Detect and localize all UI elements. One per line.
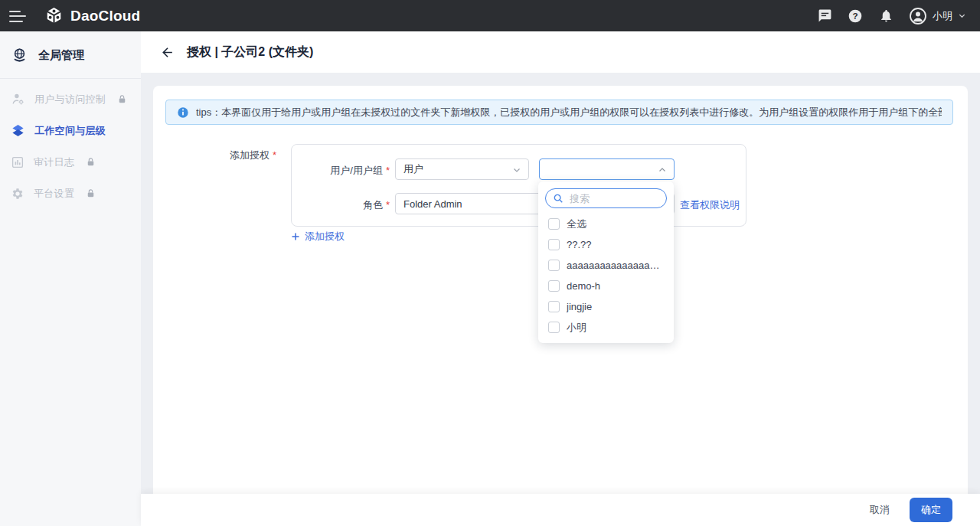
- option-label: jingjie: [567, 301, 592, 312]
- chevron-up-icon: [658, 165, 667, 177]
- top-bar-right: ? 小明: [817, 7, 966, 25]
- checkbox[interactable]: [548, 239, 560, 250]
- option-label: 小明: [567, 321, 586, 335]
- checkbox[interactable]: [548, 218, 560, 230]
- brand[interactable]: DaoCloud: [44, 6, 140, 25]
- user-menu[interactable]: 小明: [909, 7, 966, 25]
- main-area: 授权 | 子公司2 (文件夹) tips：本界面仅用于给用户或用户组在未授权过的…: [141, 31, 980, 526]
- avatar: [909, 7, 927, 25]
- subject-row: 用户/用户组* 用户: [292, 158, 746, 180]
- plus-icon: [291, 232, 300, 241]
- title-bar: 授权 | 子公司2 (文件夹): [141, 31, 980, 73]
- user-name: 小明: [933, 9, 952, 23]
- back-button[interactable]: [159, 44, 175, 60]
- subject-label: 用户/用户组*: [292, 164, 390, 178]
- feedback-chat-icon[interactable]: [817, 8, 832, 24]
- audit-chart-icon: [11, 155, 24, 169]
- tips-banner: tips：本界面仅用于给用户或用户组在未授权过的文件夹下新增权限，已授权的用户或…: [165, 100, 953, 125]
- page-title: 授权 | 子公司2 (文件夹): [187, 44, 313, 60]
- subject-type-select[interactable]: 用户: [395, 158, 529, 180]
- brand-name: DaoCloud: [70, 8, 140, 25]
- sidebar-item-label: 用户与访问控制: [34, 93, 106, 106]
- app: DaoCloud ?: [0, 0, 980, 526]
- globe-icon: [11, 47, 28, 64]
- sidebar-divider: [0, 78, 141, 79]
- add-authorization-link-label: 添加授权: [305, 230, 345, 243]
- workspace-diamond-icon: [11, 123, 25, 138]
- chevron-down-icon: [958, 11, 966, 20]
- role-label: 角色*: [292, 198, 390, 212]
- required-mark: *: [273, 149, 276, 161]
- sidebar-item-label: 工作空间与层级: [34, 124, 106, 138]
- dropdown-option[interactable]: demo-h: [538, 276, 674, 296]
- lock-icon: [116, 93, 128, 105]
- dropdown-option[interactable]: aaaaaaaaaaaaaaaaaaaa...: [538, 255, 674, 276]
- confirm-button[interactable]: 确定: [910, 498, 952, 522]
- notification-bell-icon[interactable]: [878, 8, 893, 24]
- help-icon[interactable]: ?: [848, 8, 863, 24]
- lock-icon: [85, 156, 96, 168]
- sidebar-nav: 用户与访问控制 工作空间与层级: [0, 83, 141, 209]
- dropdown-option[interactable]: 小明: [538, 317, 674, 338]
- lock-icon: [85, 188, 96, 199]
- gear-icon: [11, 187, 24, 201]
- checkbox[interactable]: [548, 280, 560, 292]
- svg-text:?: ?: [852, 11, 858, 21]
- sidebar-item-platform-settings[interactable]: 平台设置: [0, 178, 141, 209]
- option-label: 全选: [567, 217, 586, 231]
- dropdown-search: [545, 188, 667, 208]
- user-dropdown-panel: 全选 ??.?? aaaaaaaaaaaaaaaaaaaa... demo-h …: [538, 181, 674, 343]
- info-icon: [177, 106, 189, 119]
- footer-action-bar: 取消 确定: [141, 494, 980, 526]
- required-mark: *: [386, 165, 390, 176]
- user-gear-icon: [11, 92, 25, 106]
- sidebar-title[interactable]: 全局管理: [0, 31, 141, 78]
- sidebar: 全局管理 用户与访问控制: [0, 31, 141, 526]
- subject-target-select[interactable]: [539, 158, 675, 180]
- option-label: aaaaaaaaaaaaaaaaaaaa...: [567, 260, 664, 271]
- sidebar-item-audit-logs[interactable]: 审计日志: [0, 146, 141, 178]
- sidebar-item-user-access-control[interactable]: 用户与访问控制: [0, 83, 141, 115]
- dropdown-option[interactable]: ??.??: [538, 234, 674, 255]
- option-label: ??.??: [567, 239, 592, 250]
- sidebar-item-label: 平台设置: [34, 187, 74, 201]
- required-mark: *: [386, 199, 390, 211]
- add-authorization-label: 添加授权*: [230, 149, 276, 162]
- sidebar-title-label: 全局管理: [38, 48, 84, 63]
- dropdown-option-select-all[interactable]: 全选: [538, 214, 674, 234]
- daocloud-logo-icon: [44, 6, 64, 25]
- role-value: Folder Admin: [403, 198, 462, 210]
- top-bar: DaoCloud ?: [0, 0, 980, 31]
- cancel-button[interactable]: 取消: [870, 503, 890, 517]
- add-authorization-link[interactable]: 添加授权: [291, 230, 345, 243]
- content-card: tips：本界面仅用于给用户或用户组在未授权过的文件夹下新增权限，已授权的用户或…: [153, 86, 968, 494]
- top-bar-left: DaoCloud: [9, 6, 140, 25]
- menu-toggle-icon[interactable]: [9, 10, 28, 22]
- view-permissions-link[interactable]: 查看权限说明: [680, 198, 740, 212]
- checkbox[interactable]: [548, 301, 560, 312]
- role-row: 角色* Folder Admin: [292, 193, 746, 214]
- sidebar-item-label: 审计日志: [34, 155, 74, 169]
- option-label: demo-h: [567, 280, 600, 292]
- search-icon: [553, 193, 564, 207]
- dropdown-option[interactable]: jingjie: [538, 296, 674, 317]
- checkbox[interactable]: [548, 260, 560, 271]
- checkbox[interactable]: [548, 322, 560, 333]
- tips-text: tips：本界面仅用于给用户或用户组在未授权过的文件夹下新增权限，已授权的用户或…: [196, 106, 942, 119]
- authorization-group: 用户/用户组* 用户: [291, 144, 746, 227]
- subject-type-value: 用户: [403, 162, 423, 176]
- sidebar-item-workspace-hierarchy[interactable]: 工作空间与层级: [0, 115, 141, 146]
- chevron-down-icon: [512, 165, 521, 177]
